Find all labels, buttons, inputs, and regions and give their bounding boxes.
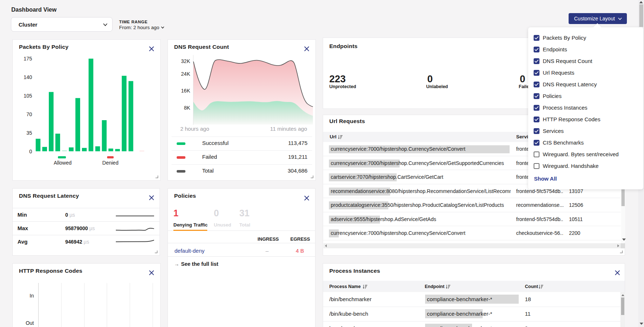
svg-text:32K: 32K	[181, 58, 191, 64]
svg-text:35: 35	[26, 130, 32, 136]
svg-text:11 minutes ago: 11 minutes ago	[270, 126, 307, 132]
svg-text:175: 175	[24, 56, 32, 62]
svg-text:2 hours ago: 2 hours ago	[180, 126, 209, 132]
svg-text:140: 140	[24, 74, 32, 80]
svg-text:70: 70	[26, 111, 32, 117]
svg-text:0: 0	[29, 149, 32, 154]
svg-text:8K: 8K	[184, 105, 191, 111]
svg-text:16K: 16K	[181, 88, 191, 94]
svg-text:Allowed: Allowed	[54, 160, 71, 166]
svg-text:105: 105	[24, 93, 32, 99]
svg-text:24K: 24K	[181, 71, 191, 77]
svg-text:Denied: Denied	[102, 160, 118, 166]
